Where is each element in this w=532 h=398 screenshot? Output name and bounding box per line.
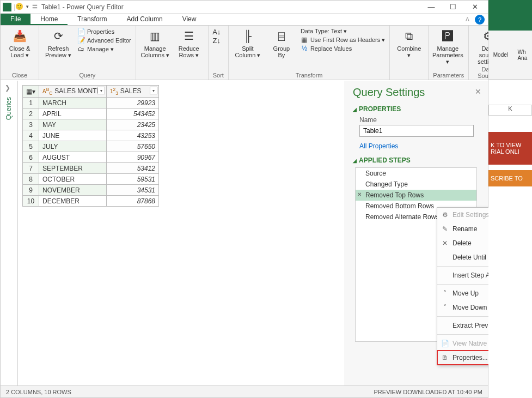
column-filter-month-icon[interactable]: ▾ bbox=[97, 87, 105, 94]
row-number[interactable]: 1 bbox=[23, 98, 39, 108]
table-row[interactable]: 4JUNE43253 bbox=[23, 130, 159, 141]
replace-values-button[interactable]: ½Replace Values bbox=[301, 45, 385, 52]
cell-month[interactable]: AUGUST bbox=[39, 152, 107, 163]
cell-sales[interactable]: 543452 bbox=[107, 108, 159, 119]
all-properties-link[interactable]: All Properties bbox=[359, 142, 480, 150]
row-number[interactable]: 2 bbox=[23, 108, 39, 119]
tab-add-column[interactable]: Add Column bbox=[117, 14, 173, 25]
properties-section-header[interactable]: ◢PROPERTIES bbox=[353, 105, 480, 113]
cell-sales[interactable]: 59531 bbox=[107, 174, 159, 185]
status-bar: 2 COLUMNS, 10 ROWS PREVIEW DOWNLOADED AT… bbox=[1, 385, 488, 397]
close-button[interactable]: ✕ bbox=[464, 1, 486, 14]
row-number[interactable]: 10 bbox=[23, 196, 39, 207]
advanced-editor-button[interactable]: 📝Advanced Editor bbox=[77, 37, 131, 44]
tab-home[interactable]: Home bbox=[30, 14, 68, 25]
cell-month[interactable]: OCTOBER bbox=[39, 174, 107, 185]
properties-button[interactable]: 📄Properties bbox=[77, 28, 131, 35]
table-row[interactable]: 9NOVEMBER34531 bbox=[23, 185, 159, 196]
cell-sales[interactable]: 87868 bbox=[107, 196, 159, 207]
help-icon[interactable]: ? bbox=[475, 15, 485, 25]
table-corner[interactable]: ▦▾ bbox=[23, 86, 39, 98]
panel-title: Query Settings bbox=[353, 86, 480, 99]
cell-sales[interactable]: 29923 bbox=[107, 98, 159, 108]
refresh-preview-button[interactable]: ⟳ Refresh Preview ▾ bbox=[44, 28, 73, 58]
cell-month[interactable]: MARCH bbox=[39, 98, 107, 108]
table-row[interactable]: 6AUGUST90967 bbox=[23, 152, 159, 163]
table-row[interactable]: 3MAY23425 bbox=[23, 119, 159, 130]
cell-month[interactable]: MAY bbox=[39, 119, 107, 130]
row-number[interactable]: 3 bbox=[23, 119, 39, 130]
manage-columns-button[interactable]: ▥Manage Columns ▾ bbox=[140, 28, 170, 58]
table-row[interactable]: 5JULY57650 bbox=[23, 141, 159, 152]
manage-columns-icon: ▥ bbox=[147, 28, 163, 44]
sort-asc-button[interactable]: A↓ bbox=[213, 28, 221, 35]
applied-step[interactable]: Removed Top Rows bbox=[356, 190, 476, 201]
smiley-icon[interactable]: 🙂 bbox=[15, 3, 24, 11]
query-name-input[interactable] bbox=[359, 125, 474, 137]
data-table: ▦▾ ABCSALES MONTH▾ 123SALES▾ 1MARCH29923… bbox=[22, 85, 159, 207]
close-panel-button[interactable]: ✕ bbox=[475, 87, 481, 96]
table-row[interactable]: 2APRIL543452 bbox=[23, 108, 159, 119]
row-number[interactable]: 4 bbox=[23, 130, 39, 141]
row-number[interactable]: 5 bbox=[23, 141, 39, 152]
collapse-ribbon-icon[interactable]: ᐱ bbox=[466, 16, 469, 25]
group-transform-label: Transform bbox=[233, 71, 385, 79]
maximize-button[interactable]: ☐ bbox=[442, 1, 464, 14]
applied-step[interactable]: Changed Type bbox=[356, 179, 476, 190]
row-number[interactable]: 7 bbox=[23, 163, 39, 174]
row-number[interactable]: 9 bbox=[23, 185, 39, 196]
close-and-load-button[interactable]: 📥 Close & Load ▾ bbox=[5, 28, 34, 58]
cell-sales[interactable]: 57650 bbox=[107, 141, 159, 152]
qat-dropdown-icon[interactable]: ▼ bbox=[25, 4, 29, 9]
minimize-button[interactable]: ― bbox=[420, 1, 442, 14]
cell-sales[interactable]: 53412 bbox=[107, 163, 159, 174]
column-header-sales[interactable]: 123SALES▾ bbox=[107, 86, 159, 98]
cell-sales[interactable]: 90967 bbox=[107, 152, 159, 163]
manage-icon: 🗂 bbox=[77, 45, 85, 53]
applied-steps-header[interactable]: ◢APPLIED STEPS bbox=[353, 156, 480, 164]
tab-transform[interactable]: Transform bbox=[68, 14, 117, 25]
advanced-editor-label: Advanced Editor bbox=[87, 37, 131, 44]
first-row-headers-button[interactable]: ▦Use First Row as Headers ▾ bbox=[301, 36, 385, 44]
column-filter-sales-icon[interactable]: ▾ bbox=[150, 87, 157, 94]
ctx-edit-settings-label: Edit Settings bbox=[452, 211, 489, 219]
split-column-label: Split Column ▾ bbox=[235, 45, 260, 58]
data-preview: ▦▾ ABCSALES MONTH▾ 123SALES▾ 1MARCH29923… bbox=[18, 81, 345, 385]
sort-desc-button[interactable]: Z↓ bbox=[213, 37, 221, 44]
ctx-move-up-label: Move Up bbox=[452, 290, 479, 297]
cell-month[interactable]: APRIL bbox=[39, 108, 107, 119]
reduce-rows-button[interactable]: ☰Reduce Rows ▾ bbox=[174, 28, 204, 58]
table-row[interactable]: 10DECEMBER87868 bbox=[23, 196, 159, 207]
row-number[interactable]: 8 bbox=[23, 174, 39, 185]
bg-red-banner: K TO VIEW RIAL ONLI bbox=[488, 132, 532, 165]
manage-button[interactable]: 🗂Manage ▾ bbox=[77, 45, 131, 53]
cell-sales[interactable]: 23425 bbox=[107, 119, 159, 130]
combine-button[interactable]: ⧉Combine ▾ bbox=[394, 28, 424, 58]
cell-month[interactable]: SEPTEMBER bbox=[39, 163, 107, 174]
split-column-button[interactable]: ╟Split Column ▾ bbox=[233, 28, 262, 58]
row-number[interactable]: 6 bbox=[23, 152, 39, 163]
replace-icon: ½ bbox=[301, 45, 308, 52]
tab-view[interactable]: View bbox=[173, 14, 206, 25]
triangle-down-icon: ◢ bbox=[353, 107, 357, 112]
applied-step[interactable]: Source bbox=[356, 168, 476, 179]
cell-sales[interactable]: 43253 bbox=[107, 130, 159, 141]
data-type-button[interactable]: Data Type: Text ▾ bbox=[301, 28, 385, 35]
ctx-rename-label: Rename bbox=[452, 225, 477, 233]
table-row[interactable]: 8OCTOBER59531 bbox=[23, 174, 159, 185]
ctx-move-down-label: Move Down bbox=[452, 304, 487, 311]
cell-month[interactable]: DECEMBER bbox=[39, 196, 107, 207]
queries-pane-collapsed[interactable]: ❯ Queries bbox=[1, 81, 18, 385]
manage-parameters-button[interactable]: 🅿Manage Parameters ▾ bbox=[433, 28, 462, 65]
cell-month[interactable]: JULY bbox=[39, 141, 107, 152]
cell-month[interactable]: NOVEMBER bbox=[39, 185, 107, 196]
table-row[interactable]: 1MARCH29923 bbox=[23, 98, 159, 108]
table-row[interactable]: 7SEPTEMBER53412 bbox=[23, 163, 159, 174]
group-by-button[interactable]: ⌸Group By bbox=[267, 28, 296, 58]
column-header-month[interactable]: ABCSALES MONTH▾ bbox=[39, 86, 107, 98]
expand-queries-icon[interactable]: ❯ bbox=[5, 84, 10, 92]
cell-sales[interactable]: 34531 bbox=[107, 185, 159, 196]
tab-file[interactable]: File bbox=[1, 14, 30, 25]
bg-orange-banner-label: SCRIBE TO bbox=[491, 175, 523, 182]
cell-month[interactable]: JUNE bbox=[39, 130, 107, 141]
